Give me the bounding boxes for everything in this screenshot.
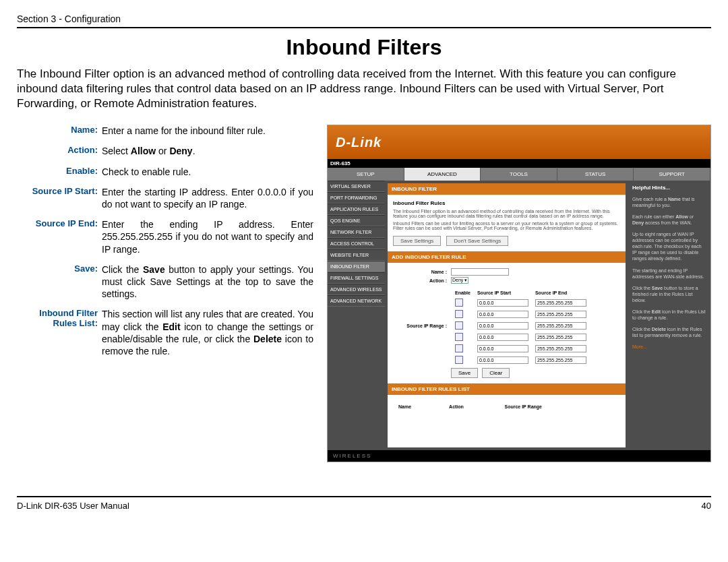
rules-desc-1: The Inbound Filter option is an advanced… (393, 209, 620, 218)
def-label: Save: (17, 263, 102, 301)
screenshot-body: VIRTUAL SERVERPORT FORWARDINGAPPLICATION… (328, 181, 710, 450)
hint-text: Click the Edit icon in the Rules List to… (632, 309, 706, 321)
def-label: Source IP Start: (17, 186, 102, 210)
hint-text: Up to eight ranges of WAN IP addresses c… (632, 231, 706, 261)
sidebar-item[interactable]: VIRTUAL SERVER (328, 181, 385, 192)
page-footer: D-Link DIR-635 User Manual 40 (17, 496, 711, 511)
save-settings-button[interactable]: Save Settings (393, 236, 441, 246)
tab-advanced[interactable]: ADVANCED (404, 168, 481, 181)
sidebar-item[interactable]: NETWORK FILTER (328, 226, 385, 238)
enable-checkbox[interactable] (455, 344, 463, 352)
action-select[interactable]: Deny ▾ (451, 277, 468, 284)
hint-text: Each rule can either Allow or Deny acces… (632, 214, 706, 226)
clear-rule-button[interactable]: Clear (482, 368, 510, 378)
col-start: Source IP Start (475, 289, 531, 296)
definitions-list: Name:Enter a name for the inbound filter… (17, 125, 313, 462)
sidebar-item[interactable]: APPLICATION RULES (328, 204, 385, 215)
panel-header-rules-list: INBOUND FILTER RULES LIST (388, 383, 626, 395)
label-source-ip-range: Source IP Range : (394, 323, 451, 328)
ip-end-input[interactable]: 255.255.255.255 (535, 299, 586, 307)
save-rule-button[interactable]: Save (451, 368, 478, 378)
col-end: Source IP End (533, 289, 589, 296)
sidebar-item[interactable]: WEBSITE FILTER (328, 249, 385, 261)
ip-end-input[interactable]: 255.255.255.255 (535, 334, 586, 341)
ip-start-input[interactable]: 0.0.0.0 (477, 334, 528, 341)
def-label: Action: (17, 145, 102, 157)
def-label: Source IP End: (17, 218, 102, 255)
page-section-header: Section 3 - Configuration (17, 13, 711, 28)
ip-start-input[interactable]: 0.0.0.0 (477, 345, 528, 352)
content-row: Name:Enter a name for the inbound filter… (17, 125, 711, 462)
enable-checkbox[interactable] (455, 356, 463, 364)
def-text: Enter the ending IP address. Enter 255.2… (102, 218, 313, 255)
intro-paragraph: The Inbound Filter option is an advanced… (17, 67, 711, 111)
list-col: Name (396, 403, 445, 410)
hint-text: Click the Save button to store a finishe… (632, 285, 706, 303)
def-text: Click the Save button to apply your sett… (102, 263, 313, 301)
panel-header-inbound-filter: INBOUND FILTER (388, 183, 626, 195)
def-text: Check to enable rule. (102, 166, 313, 178)
col-enable: Enable (452, 289, 473, 296)
sidebar-item[interactable]: ADVANCED WIRELESS (328, 284, 385, 295)
hint-text: Click the Delete icon in the Rules list … (632, 326, 706, 338)
def-text: Select Allow or Deny. (102, 145, 313, 157)
ip-end-input[interactable]: 255.255.255.255 (535, 345, 586, 352)
page-title: Inbound Filters (17, 35, 711, 60)
name-input[interactable] (451, 268, 509, 276)
hints-header: Helpful Hints... (632, 185, 706, 191)
add-rule-form: Name : Action :Deny ▾ Source IP Range : … (388, 263, 626, 383)
helpful-hints-panel: Helpful Hints... Give each rule a Name t… (628, 181, 710, 450)
panel-intro-section: Inbound Filter Rules The Inbound Filter … (388, 195, 626, 251)
footer-manual-name: D-Link DIR-635 User Manual (17, 501, 129, 511)
sidebar-item[interactable]: PORT FORWARDING (328, 192, 385, 204)
sidebar-item[interactable]: INBOUND FILTER (328, 261, 385, 272)
dont-save-settings-button[interactable]: Don't Save Settings (446, 236, 508, 246)
tab-setup[interactable]: SETUP (328, 168, 404, 181)
label-action: Action : (394, 278, 451, 283)
ip-end-input[interactable]: 255.255.255.255 (535, 322, 586, 330)
def-label: Inbound Filter Rules List: (17, 308, 102, 357)
more-link[interactable]: More... (632, 344, 647, 349)
wireless-footer: WIRELESS (328, 450, 710, 462)
tab-tools[interactable]: TOOLS (481, 168, 557, 181)
ip-start-input[interactable]: 0.0.0.0 (477, 311, 528, 318)
def-text: This section will list any rules that ar… (102, 308, 313, 357)
def-label: Name: (17, 125, 102, 137)
enable-checkbox[interactable] (455, 333, 463, 341)
sidebar-menu: VIRTUAL SERVERPORT FORWARDINGAPPLICATION… (328, 181, 385, 450)
enable-checkbox[interactable] (455, 299, 463, 307)
sidebar-item[interactable]: FIREWALL SETTINGS (328, 272, 385, 284)
main-panel: INBOUND FILTER Inbound Filter Rules The … (388, 183, 626, 447)
def-text: Enter the starting IP address. Enter 0.0… (102, 186, 313, 210)
main-tabs: SETUPADVANCEDTOOLSSTATUSSUPPORT (328, 168, 710, 181)
list-col: Source IP Range (502, 403, 618, 410)
ip-end-input[interactable]: 255.255.255.255 (535, 356, 586, 364)
hint-text: Give each rule a Name that is meaningful… (632, 196, 706, 208)
ip-start-input[interactable]: 0.0.0.0 (477, 322, 528, 330)
sidebar-item[interactable]: ADVANCED NETWORK (328, 295, 385, 307)
def-text: Enter a name for the inbound filter rule… (102, 125, 313, 137)
rules-desc-2: Inbound Filters can be used for limiting… (393, 221, 620, 230)
ip-end-input[interactable]: 255.255.255.255 (535, 311, 586, 318)
tab-support[interactable]: SUPPORT (634, 168, 710, 181)
def-label: Enable: (17, 166, 102, 178)
sidebar-item[interactable]: ACCESS CONTROL (328, 238, 385, 249)
ip-start-input[interactable]: 0.0.0.0 (477, 299, 528, 307)
router-screenshot: D-Link DIR-635 SETUPADVANCEDTOOLSSTATUSS… (327, 125, 711, 462)
tab-status[interactable]: STATUS (557, 168, 634, 181)
enable-checkbox[interactable] (455, 321, 463, 330)
model-row: DIR-635 (328, 159, 710, 168)
sidebar-item[interactable]: QOS ENGINE (328, 215, 385, 226)
panel-header-add-rule: ADD INBOUND FILTER RULE (388, 251, 626, 263)
ip-start-input[interactable]: 0.0.0.0 (477, 356, 528, 364)
hint-text: The starting and ending IP addresses are… (632, 268, 706, 280)
ip-range-table: EnableSource IP StartSource IP End 0.0.0… (451, 288, 590, 367)
footer-page-number: 40 (702, 501, 711, 511)
rules-list-area: NameActionSource IP Range (388, 395, 626, 416)
enable-checkbox[interactable] (455, 310, 463, 318)
list-col: Action (446, 403, 500, 410)
label-name: Name : (394, 270, 451, 274)
rules-subtitle: Inbound Filter Rules (393, 200, 445, 206)
dlink-logo: D-Link (336, 135, 382, 150)
screenshot-header-bar: D-Link (328, 125, 710, 159)
